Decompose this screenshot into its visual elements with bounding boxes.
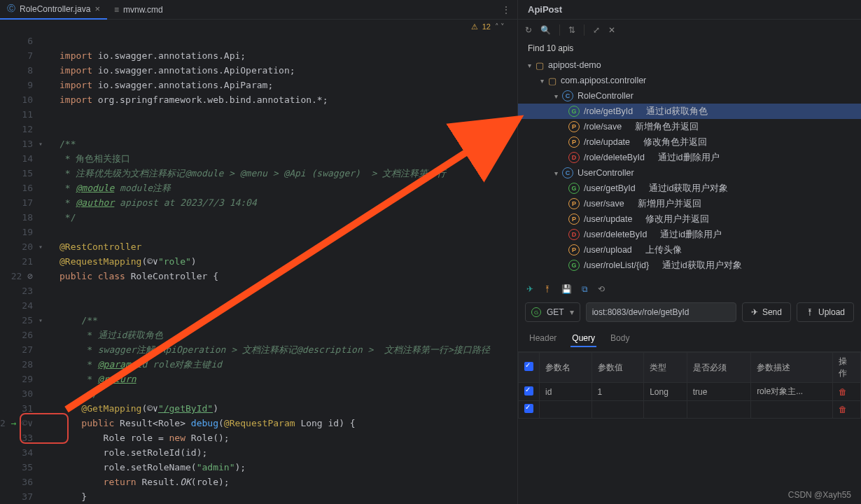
- tab-label: RoleController.java: [20, 4, 90, 14]
- post-method-icon: P: [568, 136, 580, 148]
- filter-icon[interactable]: ⇅: [568, 25, 575, 35]
- row-check[interactable]: [524, 404, 533, 413]
- delete-row-icon[interactable]: 🗑: [839, 387, 847, 397]
- tree-package[interactable]: ▢com.apipost.controller: [518, 73, 861, 88]
- export-icon[interactable]: ⭱: [543, 284, 552, 294]
- class-icon: C: [562, 167, 573, 178]
- row-check[interactable]: [524, 386, 533, 396]
- refresh-icon[interactable]: ↻: [525, 25, 532, 35]
- method-select[interactable]: G GET ▾: [525, 302, 580, 322]
- cmd-file-icon: ≡: [114, 5, 119, 15]
- tree-controller[interactable]: CRoleController: [518, 88, 861, 104]
- delete-method-icon: D: [568, 152, 580, 163]
- table-row[interactable]: 🗑: [519, 401, 861, 419]
- close-icon[interactable]: ×: [94, 4, 100, 14]
- get-method-icon: G: [568, 106, 580, 117]
- next-warning-icon[interactable]: ˅: [500, 22, 505, 31]
- get-method-icon: G: [568, 183, 580, 194]
- tree-endpoint[interactable]: G/role/getById 通过id获取角色: [518, 104, 861, 119]
- post-method-icon: P: [568, 198, 580, 209]
- tab-role-controller[interactable]: Ⓒ RoleController.java ×: [0, 0, 107, 20]
- get-method-icon: G: [568, 260, 580, 271]
- history-icon[interactable]: ⟲: [598, 284, 605, 294]
- tree-endpoint[interactable]: D/user/deleteById 通过id删除用户: [518, 227, 861, 242]
- tree-endpoint[interactable]: G/user/roleList/{id} 通过id获取用户对象: [518, 258, 861, 273]
- check-all[interactable]: [524, 362, 533, 371]
- post-method-icon: P: [568, 214, 580, 225]
- post-method-icon: P: [568, 121, 580, 132]
- tree-endpoint[interactable]: P/role/save 新增角色并返回: [518, 119, 861, 134]
- folder-icon: ▢: [536, 60, 544, 71]
- tree-endpoint[interactable]: P/role/update 修改角色并返回: [518, 134, 861, 150]
- post-method-icon: P: [568, 244, 580, 255]
- tree-endpoint[interactable]: G/user/getById 通过id获取用户对象: [518, 181, 861, 196]
- find-apis-label: Find 10 apis: [518, 41, 861, 56]
- tab-header[interactable]: Header: [528, 330, 558, 347]
- warning-count: 12: [482, 22, 491, 31]
- search-icon[interactable]: 🔍: [540, 25, 551, 35]
- tree-endpoint[interactable]: P/user/upload 上传头像: [518, 242, 861, 258]
- class-icon: C: [562, 90, 573, 102]
- delete-method-icon: D: [568, 229, 580, 240]
- tree-controller[interactable]: CUserController: [518, 165, 861, 181]
- save-icon[interactable]: 💾: [561, 284, 572, 294]
- table-row[interactable]: id 1 Long true role对象主... 🗑: [519, 383, 861, 401]
- watermark: CSDN @Xayh55: [788, 490, 851, 500]
- code-editor[interactable]: 678910 1112131415 1617181920 2122 ⊘23242…: [0, 34, 517, 504]
- tab-query[interactable]: Query: [570, 330, 596, 347]
- tab-label: mvnw.cmd: [123, 5, 163, 15]
- params-table: 参数名参数值类型是否必须参数描述操作 id 1 Long true role对象…: [518, 352, 861, 419]
- tree-endpoint[interactable]: D/role/deleteById 通过id删除用户: [518, 150, 861, 165]
- send-plane-icon[interactable]: ✈: [526, 284, 533, 294]
- panel-toolbar: ↻ 🔍 ⇅ ⤢ ✕: [518, 20, 861, 41]
- prev-warning-icon[interactable]: ˄: [495, 22, 499, 31]
- tab-mvnw[interactable]: ≡ mvnw.cmd: [107, 0, 170, 20]
- tab-body[interactable]: Body: [609, 330, 631, 347]
- code-body[interactable]: import io.swagger.annotations.Api; impor…: [59, 34, 517, 504]
- chevron-down-icon: ▾: [570, 307, 574, 317]
- warning-triangle-icon: ⚠: [471, 22, 478, 31]
- tree-endpoint[interactable]: P/user/update 修改用户并返回: [518, 211, 861, 227]
- editor-tabs: Ⓒ RoleController.java × ≡ mvnw.cmd ⋮: [0, 0, 517, 20]
- request-bar: G GET ▾ ✈Send ⭱Upload: [518, 298, 861, 326]
- tab-more-icon[interactable]: ⋮: [495, 5, 517, 15]
- run-highlight-box: [20, 413, 69, 444]
- body-tabs: Header Query Body: [518, 326, 861, 352]
- upload-icon: ⭱: [806, 307, 814, 317]
- java-class-icon: Ⓒ: [7, 3, 15, 15]
- get-method-icon: G: [531, 307, 541, 317]
- delete-row-icon[interactable]: 🗑: [839, 405, 847, 414]
- panel-title: ApiPost: [518, 0, 861, 20]
- apipost-panel: ApiPost ↻ 🔍 ⇅ ⤢ ✕ Find 10 apis ▢apipost-…: [518, 0, 861, 504]
- upload-button[interactable]: ⭱Upload: [797, 302, 854, 322]
- copy-icon[interactable]: ⧉: [582, 284, 588, 294]
- table-header-row: 参数名参数值类型是否必须参数描述操作: [519, 353, 861, 383]
- expand-icon[interactable]: ⤢: [593, 25, 600, 35]
- close-icon[interactable]: ✕: [608, 25, 615, 35]
- package-icon: ▢: [548, 76, 556, 86]
- tree-root[interactable]: ▢apipost-demo: [518, 57, 861, 73]
- request-actions: ✈ ⭱ 💾 ⧉ ⟲: [518, 280, 861, 298]
- send-button[interactable]: ✈Send: [742, 302, 791, 322]
- url-input[interactable]: [586, 302, 736, 322]
- send-plane-icon: ✈: [751, 307, 758, 317]
- tree-endpoint[interactable]: P/user/save 新增用户并返回: [518, 196, 861, 211]
- api-tree: ▢apipost-demo ▢com.apipost.controller CR…: [518, 56, 861, 280]
